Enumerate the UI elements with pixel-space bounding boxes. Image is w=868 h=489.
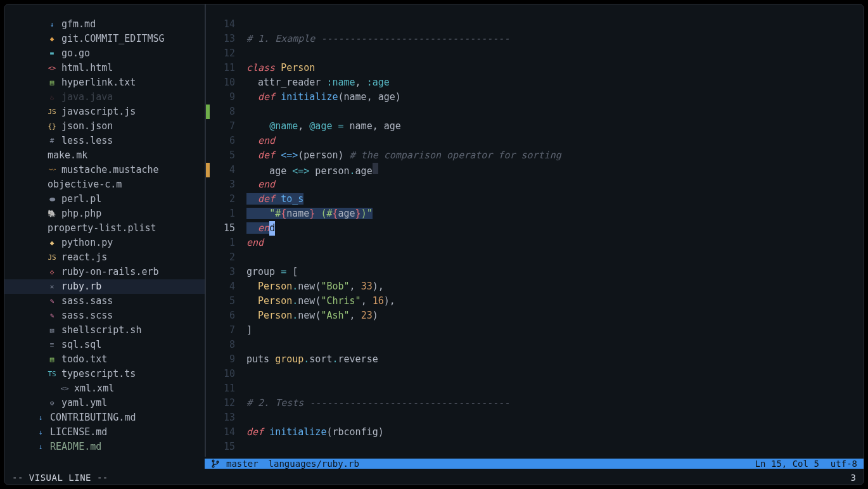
file-tree-item[interactable]: 〰mustache.mustache xyxy=(4,163,205,177)
code-line[interactable]: 12 xyxy=(206,46,864,61)
code-content[interactable]: end xyxy=(241,134,275,148)
code-content[interactable]: @name, @age = name, age xyxy=(241,119,401,134)
file-tree-item[interactable]: ✕ruby.rb xyxy=(4,279,205,294)
code-line[interactable]: 4 age <=> person.age xyxy=(206,163,864,177)
file-encoding[interactable]: utf-8 xyxy=(831,459,857,469)
code-content[interactable]: ] xyxy=(241,323,252,338)
code-content[interactable]: def initialize(name, age) xyxy=(241,90,401,105)
code-content[interactable] xyxy=(241,250,246,265)
code-content[interactable]: # 1. Example ---------------------------… xyxy=(241,32,509,46)
file-tree-item[interactable]: <>html.html xyxy=(4,61,205,75)
file-tree-item[interactable]: property-list.plist xyxy=(4,221,205,236)
code-content[interactable]: def <=>(person) # the comparison operato… xyxy=(241,148,561,163)
file-tree-item[interactable]: <>xml.xml xyxy=(4,381,205,396)
code-line[interactable]: 9 def initialize(name, age) xyxy=(206,90,864,105)
file-tree-item[interactable]: ↓LICENSE.md xyxy=(4,425,205,440)
file-tree-item[interactable]: ≡go.go xyxy=(4,46,205,61)
file-tree-item[interactable]: JSreact.js xyxy=(4,250,205,265)
file-tree-item[interactable]: JSjavascript.js xyxy=(4,105,205,119)
code-line[interactable]: 15 end xyxy=(206,221,864,236)
code-line[interactable]: 11class Person xyxy=(206,61,864,75)
code-content[interactable]: end xyxy=(241,177,275,192)
code-line[interactable]: 8 xyxy=(206,338,864,352)
code-line[interactable]: 5 Person.new("Chris", 16), xyxy=(206,294,864,308)
code-content[interactable] xyxy=(241,105,246,119)
code-content[interactable]: group = [ xyxy=(241,265,298,279)
file-tree-item[interactable]: ◆python.py xyxy=(4,236,205,250)
code-line[interactable]: 3group = [ xyxy=(206,265,864,279)
code-line[interactable]: 11 xyxy=(206,381,864,396)
file-tree-item[interactable]: ↓gfm.md xyxy=(4,17,205,32)
code-lines[interactable]: 1413# 1. Example -----------------------… xyxy=(206,4,864,454)
file-tree-item[interactable]: #less.less xyxy=(4,134,205,148)
file-tree-item[interactable]: ◆git.COMMIT_EDITMSG xyxy=(4,32,205,46)
code-line[interactable]: 4 Person.new("Bob", 33), xyxy=(206,279,864,294)
code-content[interactable] xyxy=(241,17,246,32)
file-tree-item[interactable]: objective-c.m xyxy=(4,177,205,192)
file-tree-item[interactable]: ◇ruby-on-rails.erb xyxy=(4,265,205,279)
code-content[interactable] xyxy=(241,410,246,425)
code-content[interactable]: puts group.sort.reverse xyxy=(241,352,378,367)
file-tree-item[interactable]: {}json.json xyxy=(4,119,205,134)
file-tree-item[interactable]: ✎sass.scss xyxy=(4,308,205,323)
active-file-path[interactable]: languages/ruby.rb xyxy=(269,459,359,469)
file-tree-item[interactable]: ↓README.md xyxy=(4,440,205,454)
file-tree-item[interactable]: make.mk xyxy=(4,148,205,163)
code-line[interactable]: 1end xyxy=(206,236,864,250)
file-tree-item[interactable]: ▤todo.txt xyxy=(4,352,205,367)
file-tree-item[interactable]: ↓CONTRIBUTING.md xyxy=(4,410,205,425)
cursor-position[interactable]: Ln 15, Col 5 xyxy=(755,459,819,469)
code-line[interactable]: 10 xyxy=(206,367,864,381)
code-line[interactable]: 13# 1. Example -------------------------… xyxy=(206,32,864,46)
file-tree-item[interactable]: ≡sql.sql xyxy=(4,338,205,352)
code-content[interactable] xyxy=(241,367,246,381)
code-line[interactable]: 3 end xyxy=(206,177,864,192)
file-tree-item[interactable]: 🐘php.php xyxy=(4,206,205,221)
git-branch-name[interactable]: master xyxy=(226,459,258,469)
code-editor[interactable]: 1413# 1. Example -----------------------… xyxy=(206,4,864,457)
file-tree-item[interactable]: ⚙yaml.yml xyxy=(4,396,205,410)
code-line[interactable]: 13 xyxy=(206,410,864,425)
file-tree-sidebar[interactable]: ↓gfm.md◆git.COMMIT_EDITMSG≡go.go<>html.h… xyxy=(4,4,205,457)
file-tree-item[interactable]: TStypescript.ts xyxy=(4,367,205,381)
file-tree-item[interactable]: ▧shellscript.sh xyxy=(4,323,205,338)
code-content[interactable]: class Person xyxy=(241,61,315,75)
code-line[interactable]: 1 "#{name} (#{age})" xyxy=(206,206,864,221)
code-line[interactable]: 2 def to_s xyxy=(206,192,864,206)
code-content[interactable] xyxy=(241,46,246,61)
file-tree-item[interactable]: ⬬perl.pl xyxy=(4,192,205,206)
code-content[interactable]: def to_s xyxy=(241,192,303,206)
file-tree-item[interactable]: ▤hyperlink.txt xyxy=(4,75,205,90)
file-icon: ▧ xyxy=(48,326,56,335)
line-number: 7 xyxy=(210,119,241,134)
code-content[interactable] xyxy=(241,440,246,454)
file-tree-item[interactable]: ♨java.java xyxy=(4,90,205,105)
file-icon: ⬬ xyxy=(48,195,56,204)
code-line[interactable]: 2 xyxy=(206,250,864,265)
code-content[interactable] xyxy=(241,381,246,396)
code-line[interactable]: 12# 2. Tests ---------------------------… xyxy=(206,396,864,410)
code-content[interactable]: def initialize(rbconfig) xyxy=(241,425,384,440)
code-line[interactable]: 6 end xyxy=(206,134,864,148)
code-line[interactable]: 8 xyxy=(206,105,864,119)
code-content[interactable]: age <=> person.age xyxy=(241,163,378,177)
code-content[interactable] xyxy=(241,338,246,352)
code-line[interactable]: 9puts group.sort.reverse xyxy=(206,352,864,367)
code-content[interactable]: Person.new("Chris", 16), xyxy=(241,294,395,308)
code-line[interactable]: 14def initialize(rbconfig) xyxy=(206,425,864,440)
file-tree-item[interactable]: ✎sass.sass xyxy=(4,294,205,308)
code-line[interactable]: 15 xyxy=(206,440,864,454)
code-line[interactable]: 14 xyxy=(206,17,864,32)
code-content[interactable]: "#{name} (#{age})" xyxy=(241,206,373,221)
code-content[interactable]: Person.new("Ash", 23) xyxy=(241,308,378,323)
code-content[interactable]: attr_reader :name, :age xyxy=(241,75,390,90)
code-line[interactable]: 5 def <=>(person) # the comparison opera… xyxy=(206,148,864,163)
code-line[interactable]: 6 Person.new("Ash", 23) xyxy=(206,308,864,323)
code-line[interactable]: 7] xyxy=(206,323,864,338)
code-line[interactable]: 7 @name, @age = name, age xyxy=(206,119,864,134)
code-content[interactable]: # 2. Tests -----------------------------… xyxy=(241,396,509,410)
code-content[interactable]: end xyxy=(241,236,264,250)
code-content[interactable]: end xyxy=(241,221,275,236)
code-line[interactable]: 10 attr_reader :name, :age xyxy=(206,75,864,90)
code-content[interactable]: Person.new("Bob", 33), xyxy=(241,279,384,294)
